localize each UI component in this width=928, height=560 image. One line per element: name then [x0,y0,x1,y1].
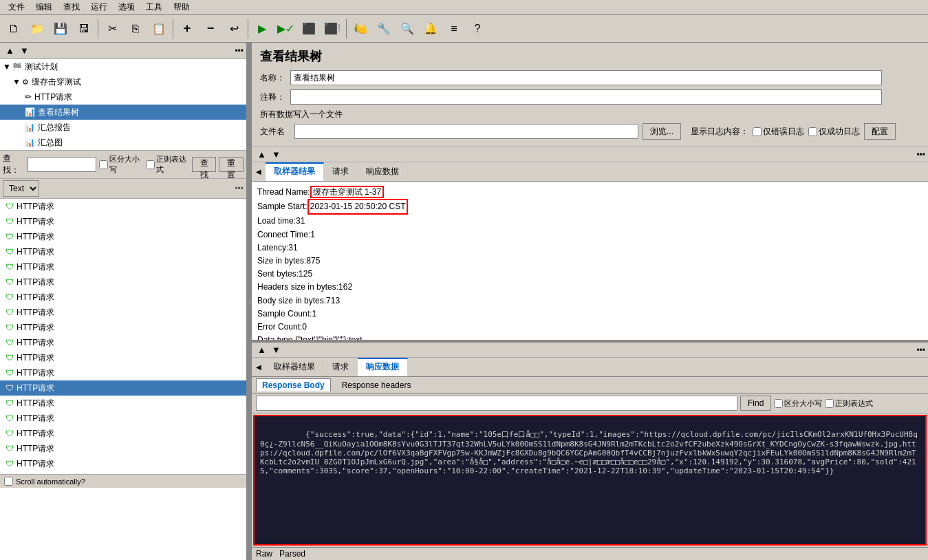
toolbar-new[interactable]: 🗋 [3,18,25,40]
list-item[interactable]: 🛡 HTTP请求 [0,456,246,471]
search-input[interactable] [28,157,96,172]
list-item-selected[interactable]: 🛡 HTTP请求 [0,380,246,396]
nav-summary-chart[interactable]: 📊 汇总图 [0,135,246,150]
upper-dots[interactable]: ••• [916,150,925,160]
toolbar-save-as[interactable]: 🖫 [73,18,95,40]
toolbar-icon4[interactable]: 🔔 [420,18,442,40]
list-item[interactable]: 🛡 HTTP请求 [0,290,246,305]
config-button[interactable]: 配置 [864,123,896,140]
toolbar-play-check[interactable]: ▶✓ [274,18,296,40]
toolbar-icon2[interactable]: 🔧 [373,18,395,40]
reset-button[interactable]: 重置 [219,157,244,172]
toolbar-icon5[interactable]: ≡ [443,18,465,40]
list-item[interactable]: 🛡 HTTP请求 [0,274,246,290]
format-dropdown[interactable]: Text [3,180,39,197]
list-item[interactable]: 🛡 HTTP请求 [0,214,246,229]
parsed-label[interactable]: Parsed [279,549,305,559]
toolbar-cut[interactable]: ✂ [101,18,123,40]
comment-input[interactable] [290,89,882,105]
list-item[interactable]: 🛡 HTTP请求 [0,396,246,411]
thread-name: Thread Name:缓存击穿测试 1-37 [257,186,922,199]
nav-expand-btn[interactable]: ▼ [17,45,32,56]
tab-request-upper[interactable]: 请求 [324,164,358,180]
list-item[interactable]: 🛡 HTTP请求 [0,259,246,274]
toolbar-help[interactable]: ? [466,18,488,40]
lower-arrow-left[interactable]: ◀ [252,361,266,373]
shield-icon: 🛡 [6,368,14,378]
file-name-input[interactable] [294,124,638,139]
regex-check[interactable]: 正则表达式 [146,154,189,175]
shield-icon: 🛡 [6,247,14,257]
toolbar-undo[interactable]: ↩ [223,18,245,40]
tab-response-upper[interactable]: 响应数据 [358,164,408,180]
toolbar-open[interactable]: 📁 [26,18,48,40]
nav-scroll[interactable]: ▼ 🏁 测试计划 ▼ ⚙ 缓存击穿测试 ✏ HTTP请求 📊 [0,59,246,560]
menu-file[interactable]: 文件 [3,0,30,14]
response-regex-check[interactable]: 正则表达式 [825,398,873,409]
case-sensitive-check[interactable]: 区分大小写 [99,154,142,175]
lower-expand-btn[interactable]: ▼ [269,345,283,355]
lower-dots[interactable]: ••• [916,345,925,355]
upper-arrow-left[interactable]: ◀ [252,166,266,177]
toolbar-save[interactable]: 💾 [50,18,72,40]
toolbar-copy[interactable]: ⎘ [125,18,147,40]
list-item[interactable]: 🛡 HTTP请求 [0,350,246,365]
tab-sampler-result-upper[interactable]: 取样器结果 [266,162,324,181]
upper-collapse-btn[interactable]: ▲ [255,149,269,160]
menu-find[interactable]: 查找 [58,0,85,14]
list-item[interactable]: 🛡 HTTP请求 [0,229,246,244]
response-find-btn[interactable]: Find [740,396,771,411]
response-body-tab[interactable]: Response Body [256,378,331,391]
menu-edit[interactable]: 编辑 [30,0,58,14]
nav-result-tree[interactable]: 📊 查看结果树 [0,105,246,120]
toolbar-paste[interactable]: 📋 [148,18,170,40]
tab-response-lower[interactable]: 响应数据 [358,358,408,376]
toolbar-icon1[interactable]: 🍋 [349,18,371,40]
response-case-check[interactable]: 区分大小写 [774,398,822,409]
raw-label[interactable]: Raw [256,549,272,559]
menu-tools[interactable]: 工具 [140,0,168,14]
toolbar-stop[interactable]: ⬛ [298,18,320,40]
list-item[interactable]: 🛡 HTTP请求 [0,365,246,380]
menu-options[interactable]: 选项 [113,0,140,14]
menu-run[interactable]: 运行 [85,0,113,14]
list-item[interactable]: 🛡 HTTP请求 [0,244,246,259]
toolbar-add[interactable]: + [176,18,198,40]
tab-sampler-result-lower[interactable]: 取样器结果 [266,359,324,375]
nav-http-request[interactable]: ✏ HTTP请求 [0,89,246,105]
find-button[interactable]: 查找 [192,157,217,172]
browse-button[interactable]: 浏览... [643,123,681,140]
lower-pane: ▲ ▼ ••• ◀ 取样器结果 请求 响应数据 Response Body Re… [252,343,928,560]
nav-summary-report[interactable]: 📊 汇总报告 [0,120,246,135]
list-item[interactable]: 🛡 HTTP请求 [0,411,246,426]
toolbar-play[interactable]: ▶ [251,18,273,40]
lower-collapse-btn[interactable]: ▲ [255,345,269,355]
list-item[interactable]: 🛡 HTTP请求 [0,199,246,214]
scroll-checkbox[interactable] [4,477,13,486]
name-input[interactable] [290,70,882,85]
scroll-check-label[interactable]: Scroll automatically? [4,477,85,486]
headers-size: Headers size in bytes:162 [257,281,922,294]
list-item[interactable]: 🛡 HTTP请求 [0,426,246,441]
menu-help[interactable]: 帮助 [168,0,195,14]
response-headers-tab[interactable]: Response headers [336,379,417,391]
response-find-input[interactable] [256,396,737,411]
tab-request-lower[interactable]: 请求 [324,359,358,375]
nav-dots[interactable]: ••• [235,46,244,56]
list-toolbar: Text ••• [0,179,246,199]
nav-root[interactable]: ▼ 🏁 测试计划 [0,59,246,74]
root-label: 测试计划 [25,61,58,73]
success-only-check[interactable]: 仅成功日志 [808,126,860,138]
toolbar-minus[interactable]: − [199,18,222,40]
toolbar-stop-now[interactable]: ⬛! [321,18,343,40]
error-only-check[interactable]: 仅错误日志 [753,126,804,138]
nav-group[interactable]: ▼ ⚙ 缓存击穿测试 [0,74,246,89]
list-item[interactable]: 🛡 HTTP请求 [0,441,246,456]
toolbar-icon3[interactable]: 🔍 [396,18,418,40]
list-item[interactable]: 🛡 HTTP请求 [0,335,246,350]
response-body-content[interactable]: {"success":true,"data":{"id":1,"name":"1… [253,415,927,546]
nav-collapse-btn[interactable]: ▲ [3,45,17,56]
upper-expand-btn[interactable]: ▼ [269,149,283,160]
list-item[interactable]: 🛡 HTTP请求 [0,320,246,335]
list-item[interactable]: 🛡 HTTP请求 [0,305,246,320]
